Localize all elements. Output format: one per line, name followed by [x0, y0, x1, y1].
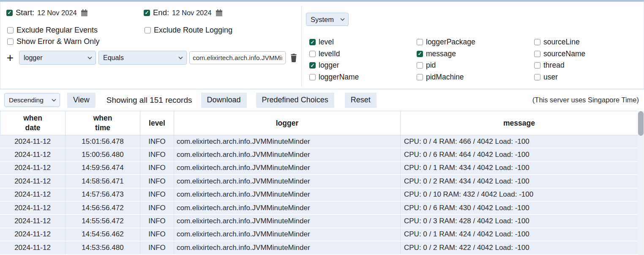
cell-logger: com.elixirtech.arch.info.JVMMinuteMinder [174, 162, 401, 175]
panel-divider [301, 6, 302, 86]
column-checkbox-thread[interactable]: ✓ [534, 62, 540, 69]
cell-time: 14:57:56.473 [65, 189, 140, 202]
filter-field-select[interactable]: logger [19, 51, 96, 65]
start-date-checkbox[interactable]: ✓ [6, 10, 13, 16]
cell-date: 2024-11-12 [0, 162, 65, 175]
check-icon: ✓ [310, 63, 314, 68]
cell-date: 2024-11-12 [0, 228, 65, 241]
show-error-warn-group: ✓ Show Error & Warn Only [7, 37, 99, 46]
end-date-group: ✓ End: 12 Nov 2024 [144, 8, 223, 17]
col-header-logger: logger [174, 111, 401, 135]
column-checkbox-loggerpackage[interactable]: ✓ [417, 39, 423, 45]
show-error-warn-checkbox[interactable]: ✓ [7, 38, 14, 45]
log-table: when date when time level logger message… [0, 111, 638, 255]
column-group-select[interactable]: System [306, 13, 349, 26]
column-checkbox-grid: ✓ level ✓ levelId ✓ logger ✓ loggerName … [309, 36, 585, 83]
cell-time: 15:00:56.480 [65, 148, 140, 162]
cell-date: 2024-11-12 [0, 241, 65, 255]
column-label: levelId [319, 49, 340, 58]
cell-level: INFO [140, 241, 174, 255]
column-option-pid: ✓ pid [417, 61, 534, 70]
start-date-value: 12 Nov 2024 [37, 9, 77, 17]
filter-value-input[interactable] [189, 51, 286, 64]
cell-time: 14:55:56.472 [65, 215, 140, 228]
col-header-message: message [401, 111, 638, 135]
end-date-label: End: [153, 8, 169, 17]
calendar-icon[interactable] [216, 9, 223, 16]
start-date-group: ✓ Start: 12 Nov 2024 [6, 8, 88, 17]
record-count-text: Showing all 151 records [106, 96, 192, 105]
column-checkbox-loggername[interactable]: ✓ [309, 74, 316, 80]
column-option-level: ✓ level [309, 38, 417, 47]
table-row: 2024-11-12 14:54:56.462 INFO com.elixirt… [0, 228, 638, 241]
cell-level: INFO [140, 202, 174, 215]
column-checkbox-levelid[interactable]: ✓ [309, 51, 316, 57]
column-label: pid [426, 61, 436, 70]
table-row: 2024-11-12 14:57:56.473 INFO com.elixirt… [0, 189, 638, 202]
table-row: 2024-11-12 15:01:56.478 INFO com.elixirt… [0, 135, 638, 148]
cell-message: CPU: 0 / 2 RAM: 422 / 4042 Load: -100 [401, 241, 638, 255]
column-option-loggername: ✓ loggerName [309, 73, 417, 82]
column-option-loggerpackage: ✓ loggerPackage [417, 38, 534, 47]
column-checkbox-level[interactable]: ✓ [309, 39, 316, 45]
predefined-choices-button[interactable]: Predefined Choices [256, 93, 334, 108]
cell-time: 15:01:56.478 [65, 135, 140, 148]
column-label: loggerPackage [426, 38, 475, 47]
results-toolbar: Descending View Showing all 151 records … [0, 89, 644, 111]
column-checkbox-pid[interactable]: ✓ [417, 62, 423, 69]
column-option-thread: ✓ thread [534, 61, 585, 70]
cell-level: INFO [140, 175, 174, 188]
sort-order-select-wrap: Descending [4, 93, 60, 107]
cell-date: 2024-11-12 [0, 215, 65, 228]
column-checkbox-sourceline[interactable]: ✓ [534, 39, 540, 45]
cell-logger: com.elixirtech.arch.info.JVMMinuteMinder [174, 135, 401, 148]
column-checkbox-sourcename[interactable]: ✓ [534, 51, 540, 57]
exclude-route-logging-group: ✓ Exclude Route Logging [145, 26, 232, 35]
column-label: level [319, 38, 334, 47]
column-label: logger [319, 61, 339, 70]
check-icon: ✓ [145, 10, 149, 15]
exclude-regular-events-checkbox[interactable]: ✓ [7, 27, 14, 33]
start-date-label: Start: [16, 8, 34, 17]
column-checkbox-pidmachine[interactable]: ✓ [417, 74, 423, 80]
view-button[interactable]: View [67, 93, 96, 108]
column-option-pidmachine: ✓ pidMachine [417, 73, 534, 82]
sort-order-select[interactable]: Descending [4, 93, 60, 107]
cell-time: 14:58:56.471 [65, 175, 140, 188]
filter-operator-select[interactable]: Equals [98, 51, 187, 65]
column-label: sourceName [543, 49, 585, 58]
reset-button[interactable]: Reset [345, 93, 377, 108]
cell-message: CPU: 0 / 2 RAM: 434 / 4042 Load: -100 [401, 175, 638, 188]
cell-message: CPU: 0 / 3 RAM: 428 / 4042 Load: -100 [401, 215, 638, 228]
table-header-row: when date when time level logger message [0, 111, 638, 135]
cell-level: INFO [140, 135, 174, 148]
cell-date: 2024-11-12 [0, 148, 65, 162]
column-checkbox-logger[interactable]: ✓ [309, 62, 316, 69]
col-header-when-date: when date [0, 111, 65, 135]
cell-level: INFO [140, 189, 174, 202]
column-checkbox-user[interactable]: ✓ [534, 74, 540, 80]
cell-logger: com.elixirtech.arch.info.JVMMinuteMinder [174, 175, 401, 188]
cell-level: INFO [140, 228, 174, 241]
column-checkbox-message[interactable]: ✓ [417, 51, 423, 57]
cell-time: 14:54:56.462 [65, 228, 140, 241]
add-filter-button[interactable]: + [5, 52, 15, 64]
end-date-checkbox[interactable]: ✓ [144, 10, 150, 16]
vertical-scrollbar-track[interactable] [638, 111, 644, 255]
calendar-icon[interactable] [81, 9, 88, 16]
col-header-level: level [140, 111, 174, 135]
vertical-scrollbar-thumb[interactable] [638, 111, 644, 136]
table-row: 2024-11-12 15:00:56.480 INFO com.elixirt… [0, 148, 638, 162]
trash-icon[interactable] [290, 54, 297, 62]
cell-message: CPU: 0 / 1 RAM: 434 / 4042 Load: -100 [401, 162, 638, 175]
cell-date: 2024-11-12 [0, 175, 65, 188]
exclude-route-logging-checkbox[interactable]: ✓ [145, 27, 151, 33]
cell-time: 14:56:56.472 [65, 202, 140, 215]
column-option-message: ✓ message [417, 49, 534, 58]
column-label: sourceLine [543, 38, 580, 47]
table-row: 2024-11-12 14:59:56.474 INFO com.elixirt… [0, 162, 638, 175]
cell-date: 2024-11-12 [0, 135, 65, 148]
download-button[interactable]: Download [201, 93, 247, 108]
column-option-sourcename: ✓ sourceName [534, 49, 585, 58]
filter-operator-select-wrap: Equals [98, 51, 187, 65]
